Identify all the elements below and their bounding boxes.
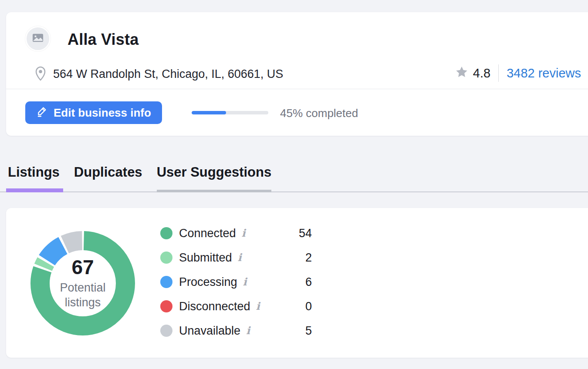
legend-label: Submitted [179, 251, 232, 265]
donut-chart[interactable]: 67 Potential listings [30, 231, 135, 335]
legend-dot-unavailable [160, 325, 172, 337]
star-icon [455, 65, 469, 81]
info-icon[interactable]: i [256, 301, 260, 312]
edit-button-label: Edit business info [54, 106, 151, 120]
legend-label: Unavailable [179, 324, 240, 338]
legend-label: Processing [179, 275, 237, 289]
tab-bar: Listings Duplicates User Suggestions [0, 164, 588, 192]
legend-dot-disconnected [160, 300, 172, 312]
info-icon[interactable]: i [246, 325, 250, 336]
listings-summary-card: 67 Potential listings Connected i 54 Sub… [6, 208, 588, 358]
legend-row-submitted: Submitted i 2 [160, 245, 312, 270]
tab-user-suggestions[interactable]: User Suggestions [157, 164, 272, 191]
legend-row-processing: Processing i 6 [160, 270, 312, 294]
legend-row-connected: Connected i 54 [160, 221, 312, 245]
legend-row-unavailable: Unavailable i 5 [160, 319, 312, 343]
legend-count: 2 [305, 251, 312, 265]
legend-row-disconnected: Disconnected i 0 [160, 294, 312, 319]
progress-label: 45% completed [280, 107, 358, 120]
business-photo-placeholder[interactable] [25, 26, 51, 51]
legend-dot-processing [160, 276, 172, 288]
edit-business-info-button[interactable]: Edit business info [25, 101, 162, 124]
legend: Connected i 54 Submitted i 2 Processing … [160, 221, 312, 343]
legend-count: 6 [305, 275, 312, 289]
reviews-link[interactable]: 3482 reviews [507, 66, 581, 81]
business-header-card: Alla Vista 564 W Randolph St, Chicago, I… [6, 12, 588, 136]
pencil-icon [36, 105, 48, 120]
info-icon[interactable]: i [242, 228, 246, 238]
progress-fill [192, 111, 226, 114]
legend-count: 0 [305, 300, 312, 313]
location-pin-icon [34, 66, 47, 83]
legend-count: 5 [305, 324, 312, 338]
profile-completion-progressbar [192, 111, 268, 114]
vertical-divider [498, 64, 499, 82]
legend-dot-submitted [160, 252, 172, 264]
business-address: 564 W Randolph St, Chicago, IL, 60661, U… [53, 67, 283, 81]
image-placeholder-icon [30, 30, 45, 47]
tab-listings[interactable]: Listings [8, 164, 60, 191]
legend-dot-connected [160, 227, 172, 239]
business-name: Alla Vista [68, 30, 139, 49]
legend-label: Connected [179, 227, 236, 240]
info-icon[interactable]: i [243, 277, 247, 287]
rating-group: 4.8 3482 reviews [455, 64, 581, 82]
info-icon[interactable]: i [238, 252, 242, 263]
card-divider [6, 89, 588, 89]
rating-value: 4.8 [473, 66, 490, 81]
legend-count: 54 [299, 227, 312, 240]
legend-label: Disconnected [179, 300, 250, 313]
tab-duplicates[interactable]: Duplicates [74, 164, 142, 191]
